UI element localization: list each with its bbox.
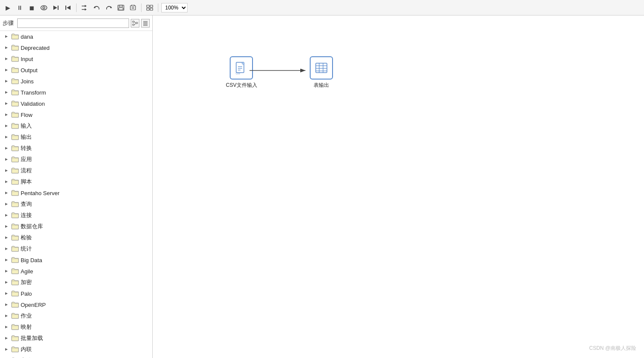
sidebar-item-label: Flow [21,112,32,118]
folder-icon [11,145,19,151]
sidebar-item-flow[interactable]: Flow [0,109,152,120]
folder-icon [11,89,19,95]
svg-marker-53 [5,337,8,340]
sidebar-item-connection[interactable]: 连接 [0,210,152,221]
folder-icon [11,335,19,341]
sidebar-item-validation[interactable]: Validation [0,98,152,109]
table-output-box [310,56,333,80]
sidebar-item-transform-cn[interactable]: 转换 [0,143,152,154]
sidebar-item-palo[interactable]: Palo [0,288,152,299]
sidebar-item-pentaho-server[interactable]: Pentaho Server [0,187,152,199]
sidebar-item-input-cn[interactable]: 输入 [0,120,152,132]
sidebar-item-experiment[interactable]: 实验 [0,355,152,358]
tree-arrow-icon [3,324,9,330]
tree-view-icon[interactable] [131,19,139,28]
sidebar-item-label: Validation [21,101,45,107]
folder-icon [11,313,19,319]
table-output-node[interactable]: 表输出 [310,56,333,89]
svg-point-1 [43,6,45,9]
tree-arrow-icon [3,335,9,341]
svg-marker-28 [5,58,8,60]
svg-marker-47 [5,270,8,272]
undo-button[interactable] [92,3,102,13]
sidebar-item-deprecated[interactable]: Deprecated [0,42,152,53]
sidebar-item-mapping[interactable]: 映射 [0,321,152,333]
sidebar-item-inspect[interactable]: 检验 [0,232,152,243]
svg-marker-40 [5,192,8,194]
sidebar-item-bigdata[interactable]: Big Data [0,254,152,266]
clipboard-button[interactable] [128,3,138,13]
svg-marker-54 [5,348,8,351]
tree-arrow-icon [3,212,9,218]
tree-arrow-icon [3,190,9,196]
svg-marker-38 [5,169,8,172]
main-layout: 步骤 dana Deprecated Input Output Jo [0,15,644,358]
folder-icon [11,346,19,352]
save-button[interactable] [116,3,126,13]
tree-arrow-icon [3,257,9,263]
tree-arrow-icon [3,279,9,285]
csv-input-label: CSV文件输入 [226,82,257,89]
sidebar-item-label: 脚本 [21,178,32,186]
sidebar-item-dw[interactable]: 数据仓库 [0,221,152,232]
search-label: 步骤 [3,19,14,27]
svg-marker-49 [5,292,8,295]
sidebar-item-job[interactable]: 作业 [0,310,152,321]
canvas-area[interactable]: CSV CSV文件输入 [153,15,644,358]
folder-icon [11,279,19,285]
folder-icon [11,179,19,185]
sidebar-item-inner[interactable]: 内联 [0,344,152,355]
search-input[interactable] [17,18,129,28]
left-panel: 步骤 dana Deprecated Input Output Jo [0,15,153,358]
tree-arrow-icon [3,235,9,241]
folder-icon [11,101,19,107]
sidebar-item-bulk[interactable]: 批量加载 [0,333,152,344]
svg-rect-16 [150,8,153,10]
svg-marker-36 [5,147,8,150]
svg-text:CSV: CSV [236,72,240,75]
redo-button[interactable] [104,3,114,13]
svg-rect-3 [58,6,59,10]
svg-marker-37 [5,158,8,161]
svg-marker-4 [67,6,71,10]
sidebar-item-label: 转换 [21,144,32,152]
svg-marker-48 [5,281,8,284]
stepback-button[interactable] [63,3,73,13]
folder-icon [11,246,19,252]
pause-button[interactable]: ⏸ [15,3,25,13]
sidebar-item-label: Deprecated [21,45,49,51]
sidebar-item-output-cn[interactable]: 输出 [0,132,152,143]
sidebar-item-query[interactable]: 查询 [0,199,152,210]
svg-point-0 [41,6,47,10]
preview-button[interactable] [39,3,49,13]
folder-icon [11,56,19,62]
svg-marker-33 [5,113,8,116]
sidebar-item-label: Input [21,56,33,62]
zoom-select[interactable]: 50% 75% 100% 125% 150% 200% [161,3,188,12]
sidebar-item-input[interactable]: Input [0,53,152,64]
sidebar-item-stats[interactable]: 统计 [0,243,152,254]
sidebar-item-label: 统计 [21,245,32,253]
sidebar-item-joins[interactable]: Joins [0,76,152,87]
sidebar-item-transform[interactable]: Transform [0,87,152,98]
sidebar-item-encrypt[interactable]: 加密 [0,277,152,288]
tree-arrow-icon [3,179,9,185]
folder-icon [11,268,19,274]
sidebar-item-app[interactable]: 应用 [0,154,152,165]
sidebar-item-agile[interactable]: Agile [0,266,152,277]
stop-button[interactable]: ◼ [27,3,37,13]
stepforward-button[interactable] [51,3,61,13]
sidebar-item-label: Agile [21,268,33,275]
tree-arrow-icon [3,89,9,95]
tree-arrow-icon [3,223,9,229]
sidebar-item-output[interactable]: Output [0,64,152,76]
sidebar-item-dana[interactable]: dana [0,31,152,42]
sidebar-item-process[interactable]: 流程 [0,165,152,176]
list-view-icon[interactable] [141,19,150,28]
sidebar-item-openerp[interactable]: OpenERP [0,299,152,310]
shuffle-button[interactable] [80,3,90,13]
sidebar-item-script[interactable]: 脚本 [0,176,152,187]
grid-button[interactable] [145,3,155,13]
run-button[interactable]: ▶ [3,3,13,13]
svg-marker-2 [53,6,57,10]
